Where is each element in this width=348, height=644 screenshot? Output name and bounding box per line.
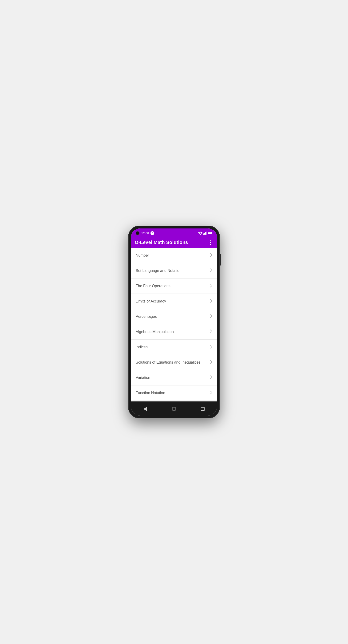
back-button[interactable]: [141, 404, 150, 414]
chevron-right-icon: [210, 391, 212, 395]
svg-rect-3: [206, 232, 207, 235]
svg-rect-2: [205, 232, 206, 234]
chevron-right-icon: [210, 253, 212, 258]
media-icon: P: [151, 231, 154, 235]
menu-item-label-solutions-equations: Solutions of Equations and Inequalities: [136, 360, 201, 364]
recent-button[interactable]: [198, 404, 207, 414]
back-icon: [143, 406, 147, 411]
menu-item-label-variation: Variation: [136, 376, 150, 380]
phone-screen: 12:08 P: [131, 228, 217, 416]
app-bar: O-Level Math Solutions ⋮: [131, 237, 217, 248]
menu-item-label-number: Number: [136, 253, 149, 258]
chevron-right-icon: [210, 360, 212, 365]
status-time: 12:08: [141, 232, 149, 235]
phone-device: 12:08 P: [128, 226, 220, 418]
bottom-nav: [131, 402, 217, 416]
menu-item-solutions-equations[interactable]: Solutions of Equations and Inequalities: [131, 355, 217, 370]
signal-icon: [203, 232, 207, 235]
chevron-right-icon: [210, 268, 212, 273]
chevron-right-icon: [210, 330, 212, 334]
wifi-icon: [198, 232, 202, 235]
menu-item-percentages[interactable]: Percentages: [131, 309, 217, 324]
recent-icon: [201, 407, 205, 411]
chevron-right-icon: [210, 299, 212, 304]
menu-item-indices[interactable]: Indices: [131, 340, 217, 355]
menu-item-label-set-language: Set Language and Notation: [136, 269, 182, 273]
menu-item-four-operations[interactable]: The Four Operations: [131, 278, 217, 294]
chevron-right-icon: [210, 375, 212, 380]
status-right: [198, 232, 212, 235]
menu-item-label-function-notation: Function Notation: [136, 391, 165, 395]
chevron-right-icon: [210, 314, 212, 319]
more-options-button[interactable]: ⋮: [208, 240, 213, 245]
battery-icon: [208, 232, 212, 234]
chevron-right-icon: [210, 345, 212, 350]
menu-item-label-percentages: Percentages: [136, 314, 157, 319]
menu-item-set-language[interactable]: Set Language and Notation: [131, 263, 217, 278]
menu-item-algebraic-manipulation[interactable]: Algebraic Manipulation: [131, 324, 217, 340]
svg-rect-0: [203, 234, 204, 235]
menu-item-variation[interactable]: Variation: [131, 370, 217, 386]
svg-rect-6: [212, 233, 212, 234]
status-bar: 12:08 P: [131, 228, 217, 237]
menu-item-function-notation[interactable]: Function Notation: [131, 386, 217, 401]
menu-item-label-algebraic-manipulation: Algebraic Manipulation: [136, 330, 174, 334]
menu-item-label-indices: Indices: [136, 345, 148, 349]
home-icon: [172, 407, 176, 411]
chevron-right-icon: [210, 284, 212, 288]
status-icons: [198, 232, 212, 235]
menu-item-limits-accuracy[interactable]: Limits of Accuracy: [131, 294, 217, 309]
svg-rect-1: [204, 233, 205, 234]
app-title: O-Level Math Solutions: [135, 240, 188, 245]
menu-item-label-limits-accuracy: Limits of Accuracy: [136, 299, 166, 304]
menu-item-label-four-operations: The Four Operations: [136, 284, 170, 288]
menu-list: Number Set Language and Notation The Fou…: [131, 248, 217, 402]
menu-item-number[interactable]: Number: [131, 248, 217, 263]
home-button[interactable]: [169, 404, 179, 414]
status-left: 12:08 P: [136, 231, 154, 235]
svg-rect-5: [208, 232, 211, 234]
camera-icon: [136, 231, 139, 235]
